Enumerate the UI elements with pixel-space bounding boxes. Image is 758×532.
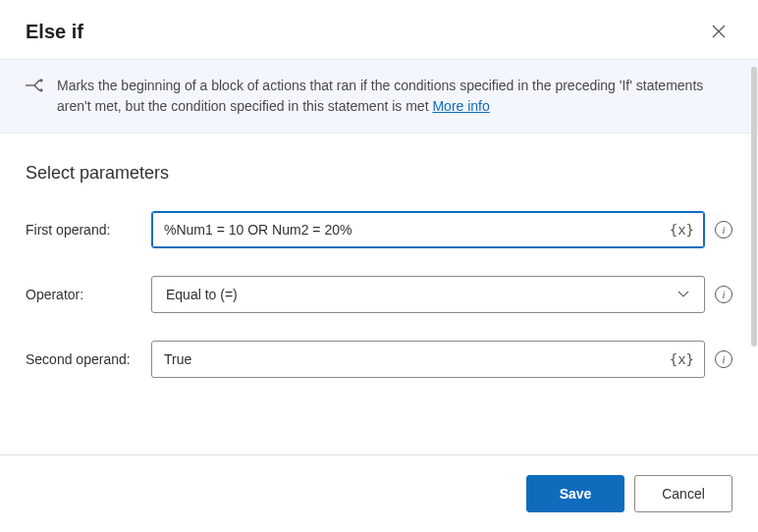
info-icon[interactable]: i — [715, 350, 732, 368]
chevron-down-icon[interactable] — [663, 287, 704, 303]
cancel-button[interactable]: Cancel — [634, 475, 732, 512]
info-icon[interactable]: i — [715, 286, 732, 303]
banner-desc: Marks the beginning of a block of action… — [57, 78, 703, 114]
section-title: Select parameters — [26, 163, 732, 184]
close-icon — [711, 24, 727, 39]
more-info-link[interactable]: More info — [432, 98, 489, 114]
save-button[interactable]: Save — [526, 475, 624, 512]
banner-text: Marks the beginning of a block of action… — [57, 76, 732, 117]
branch-icon — [26, 78, 43, 99]
info-banner: Marks the beginning of a block of action… — [0, 59, 758, 133]
dialog-title: Else if — [26, 21, 83, 43]
operator-label: Operator: — [26, 287, 141, 302]
dialog-content: Select parameters First operand: {x} i O… — [0, 133, 758, 454]
operator-value: Equal to (=) — [152, 287, 663, 302]
variable-picker-icon[interactable]: {x} — [670, 222, 704, 238]
info-icon[interactable]: i — [715, 221, 732, 239]
row-operator: Operator: Equal to (=) i — [26, 276, 732, 313]
dialog-footer: Save Cancel — [0, 454, 758, 532]
second-operand-input[interactable] — [152, 342, 670, 377]
variable-picker-icon[interactable]: {x} — [670, 351, 704, 367]
operator-select[interactable]: Equal to (=) — [151, 276, 705, 313]
close-button[interactable] — [705, 18, 732, 45]
second-operand-label: Second operand: — [26, 351, 141, 367]
row-first-operand: First operand: {x} i — [26, 211, 732, 248]
scrollbar-thumb[interactable] — [751, 67, 757, 346]
row-second-operand: Second operand: {x} i — [26, 341, 732, 378]
first-operand-field-wrap[interactable]: {x} — [151, 211, 705, 248]
dialog-header: Else if — [0, 0, 758, 59]
first-operand-label: First operand: — [26, 222, 141, 238]
second-operand-field-wrap[interactable]: {x} — [151, 341, 705, 378]
first-operand-input[interactable] — [152, 212, 670, 247]
